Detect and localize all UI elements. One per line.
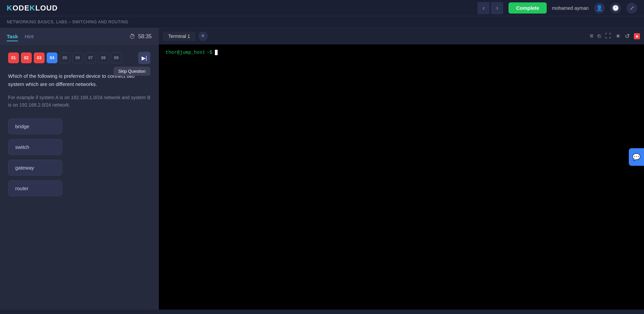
prompt-host: thor@jump_host <box>166 50 205 55</box>
nav-next-button[interactable]: › <box>491 2 503 14</box>
terminal-header: Terminal 1 + ≡ ⎋ ⛶ ☀ ↺ ■ <box>159 28 644 44</box>
header: KODEKLOUD ‹ › Complete mohamed ayman 👤 🕐… <box>0 0 644 16</box>
prompt-path: ~$ <box>207 50 213 55</box>
skip-tooltip: Skip Question <box>114 67 150 76</box>
left-panel: Task Hint ⏱ 58:35 01 02 03 04 05 06 07 0… <box>0 28 159 310</box>
terminal-menu-icon[interactable]: ≡ <box>590 32 593 40</box>
clock-icon[interactable]: 🕐 <box>610 3 621 14</box>
answer-options: bridge switch gateway router <box>8 118 150 196</box>
skip-question-button[interactable]: ▶| <box>138 52 150 64</box>
task-tabs: Task Hint ⏱ 58:35 <box>0 28 158 45</box>
chat-button[interactable]: 💬 <box>629 148 644 166</box>
tab-task[interactable]: Task <box>7 32 18 41</box>
answer-gateway[interactable]: gateway <box>8 160 62 176</box>
step-06[interactable]: 06 <box>72 52 83 63</box>
step-09[interactable]: 09 <box>111 52 122 63</box>
step-02[interactable]: 02 <box>21 52 32 63</box>
terminal-tab-label: Terminal 1 <box>168 33 190 39</box>
step-04[interactable]: 04 <box>47 52 57 63</box>
step-07[interactable]: 07 <box>85 52 96 63</box>
nav-prev-button[interactable]: ‹ <box>477 2 490 14</box>
question-area: 01 02 03 04 05 06 07 08 09 ▶| Skip Quest… <box>0 45 158 310</box>
terminal-add-button[interactable]: + <box>198 31 208 41</box>
step-indicators: 01 02 03 04 05 06 07 08 09 ▶| Skip Quest… <box>8 52 150 64</box>
answer-switch[interactable]: switch <box>8 139 62 155</box>
step-08[interactable]: 08 <box>98 52 109 63</box>
step-03[interactable]: 03 <box>34 52 45 63</box>
logo: KODEKLOUD <box>7 4 58 13</box>
answer-router[interactable]: router <box>8 180 62 196</box>
terminal-brightness-icon[interactable]: ☀ <box>615 32 621 40</box>
terminal-body[interactable]: thor@jump_host ~$ <box>159 44 644 310</box>
main-layout: Task Hint ⏱ 58:35 01 02 03 04 05 06 07 0… <box>0 28 644 310</box>
step-01[interactable]: 01 <box>8 52 19 63</box>
terminal-tab-1[interactable]: Terminal 1 <box>163 31 196 41</box>
step-05[interactable]: 05 <box>59 52 70 63</box>
user-name: mohamed ayman <box>552 5 589 11</box>
expand-icon[interactable]: ⤢ <box>626 3 637 14</box>
terminal-fullscreen-icon[interactable]: ⛶ <box>605 32 611 40</box>
right-panel: Terminal 1 + ≡ ⎋ ⛶ ☀ ↺ ■ thor@jump_host … <box>159 28 644 310</box>
terminal-controls: ≡ ⎋ ⛶ ☀ ↺ ■ <box>590 32 640 40</box>
user-avatar-icon[interactable]: 👤 <box>594 3 605 14</box>
timer: ⏱ 58:35 <box>129 33 152 40</box>
tab-hint[interactable]: Hint <box>25 32 34 41</box>
timer-display: 58:35 <box>138 33 152 40</box>
terminal-close-button[interactable]: ■ <box>634 33 640 39</box>
answer-bridge[interactable]: bridge <box>8 118 62 134</box>
prompt-cursor <box>215 50 218 55</box>
timer-icon: ⏱ <box>129 33 135 40</box>
terminal-popout-icon[interactable]: ⎋ <box>597 32 601 40</box>
nav-arrows: ‹ › <box>477 2 503 14</box>
terminal-prompt: thor@jump_host ~$ <box>166 50 637 55</box>
terminal-refresh-icon[interactable]: ↺ <box>625 32 630 40</box>
complete-button[interactable]: Complete <box>509 2 546 14</box>
question-example-text: For example if system A is on 192.168.1.… <box>8 94 150 109</box>
skip-btn-container: ▶| Skip Question <box>138 52 150 64</box>
breadcrumb: NETWORKING BASICS, LABS – SWITCHING AND … <box>0 16 644 28</box>
header-right: ‹ › Complete mohamed ayman 👤 🕐 ⤢ <box>477 2 637 14</box>
